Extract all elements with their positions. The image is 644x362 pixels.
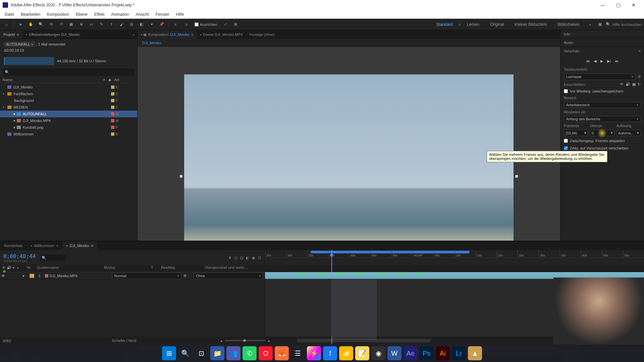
zoom-tool[interactable]: 🔍 (37, 20, 45, 29)
mask-mode-icon[interactable]: ◐ (172, 20, 180, 29)
motion-blur-icon[interactable]: ◉ (252, 256, 255, 260)
menu-window[interactable]: Fenster (152, 10, 173, 18)
time-ruler[interactable]: 25s30s35s40s45s50s55s00:04f05s10s15s20s2… (265, 250, 644, 258)
home-tool[interactable]: ⌂ (2, 20, 11, 29)
layer-handle-right[interactable] (515, 175, 518, 178)
shortcut-reset-icon[interactable]: ↺ (638, 75, 641, 79)
taskbar-folder-icon[interactable]: 📁 (339, 346, 353, 360)
skip-select[interactable]: 0▾ (590, 130, 614, 136)
timeline-layer-row[interactable]: 👁 ▸ 1 DJI_Mexiko.MP4 Normal ⊚ Ohne (0, 272, 265, 280)
menu-edit[interactable]: Bearbeiten (17, 10, 44, 18)
timeline-timecode[interactable]: 0;00;40;44 (3, 253, 36, 259)
taskbar-lightroom-icon[interactable]: Lr (452, 346, 466, 360)
switches-modes-label[interactable]: Schalter / Modi (112, 339, 136, 343)
workspace-original[interactable]: Original (485, 22, 508, 27)
preview-resolution-select[interactable]: Automa...▾ (616, 130, 641, 136)
range-select[interactable]: Arbeitsbereich (564, 102, 641, 108)
tl-tab-welcome[interactable]: ▪ Willkommen × (27, 241, 62, 250)
toggle-modes-icon[interactable]: ⊞ (6, 339, 9, 343)
snap-option-icon[interactable]: ⤢ (221, 20, 230, 29)
snap-option-icon-2[interactable]: ⊞ (231, 20, 240, 29)
menu-help[interactable]: Hilfe (173, 10, 187, 18)
taskbar-notes-icon[interactable]: 📝 (355, 346, 369, 360)
workspace-libraries[interactable]: Bibliotheken (553, 22, 584, 27)
orbit-tool[interactable]: ⟲ (47, 20, 55, 29)
col-label-icon[interactable]: ◆ (108, 78, 114, 82)
anchor-tool[interactable]: ⊕ (77, 20, 86, 29)
menu-file[interactable]: Datei (1, 10, 17, 18)
tree-item-comp[interactable]: DJI_MexikoK (0, 84, 137, 90)
timeline-search[interactable]: 🔍 (40, 254, 66, 261)
shortcut-select[interactable]: Leertaste (564, 73, 636, 80)
taskbar-photoshop-icon[interactable]: Ps (420, 346, 434, 360)
taskbar-misc-icon[interactable]: ▲ (468, 346, 482, 360)
zoom-out-icon[interactable]: ▴ (220, 339, 222, 343)
timeline-zoom-slider[interactable] (225, 340, 265, 341)
hide-shy-icon[interactable]: ⊡ (240, 256, 243, 260)
shape-tool[interactable]: ▭ (87, 20, 96, 29)
info-panel-header[interactable]: Info (560, 30, 644, 38)
tree-item-video[interactable]: ▾DJI_Mexiko.MP4M (0, 117, 137, 124)
tree-item-folder[interactable]: ▾MEDIENC (0, 104, 137, 111)
roto-tool[interactable]: ✦ (147, 20, 156, 29)
workspace-overflow-icon[interactable]: » (586, 20, 594, 29)
col-name[interactable]: Name (3, 78, 103, 82)
layer-handle-left[interactable] (180, 175, 182, 178)
project-search[interactable]: 🔍 (3, 68, 135, 76)
taskbar-teams-icon[interactable]: 👥 (226, 346, 240, 360)
selection-tool[interactable]: ▶ (16, 20, 25, 29)
include-audio-icon[interactable]: 🔊 (626, 82, 630, 86)
include-overlay-icon[interactable]: ▦ (632, 82, 636, 86)
zoom-in-icon[interactable]: ▴ (268, 339, 270, 343)
audio-panel-header[interactable]: Audio (560, 39, 644, 47)
movetime-checkbox[interactable]: Zeitp. auf Vorschauzeit verschieben (564, 145, 641, 151)
playfrom-select[interactable]: Anfang des Bereichs (564, 116, 641, 122)
last-frame-button[interactable]: ⏭ (615, 59, 619, 63)
effect-settings-tab[interactable]: ▪ Effekteinstellungen DJI_Mexikc (22, 30, 84, 39)
hand-tool[interactable]: ✋ (26, 20, 35, 29)
tree-item-solid[interactable]: BackgroundF (0, 97, 137, 104)
taskbar-firefox-icon[interactable]: 🦊 (275, 346, 289, 360)
project-tab-overflow[interactable]: » (130, 33, 137, 37)
taskbar-aftereffects-icon[interactable]: Ae (404, 346, 418, 360)
preview-panel-header[interactable]: Vorschau≡ (560, 47, 644, 55)
blend-mode-select[interactable]: Normal (112, 273, 182, 279)
cached-frames-checkbox[interactable]: Zwischengesp. Frames abspielen (564, 138, 641, 143)
camera-tool[interactable]: ▦ (67, 20, 75, 29)
taskbar-windows-icon[interactable]: ⊞ (162, 346, 176, 360)
menu-effect[interactable]: Effekt (91, 10, 108, 18)
taskbar-word-icon[interactable]: W (387, 346, 401, 360)
workspace-small[interactable]: Kleiner Bildschirm (510, 22, 552, 27)
workspace-learn[interactable]: Lernen (462, 22, 484, 27)
frame-blend-icon[interactable]: ◐ (246, 256, 249, 260)
mask-mode-icon-2[interactable]: ◑ (182, 20, 191, 29)
play-button[interactable]: ▶ (600, 59, 603, 63)
snapping-toggle[interactable]: Ausrichten (195, 22, 217, 26)
col-type[interactable]: Art (114, 78, 135, 82)
selected-item-badge[interactable]: AUTOUNFALL (4, 42, 35, 47)
puppet-tool[interactable]: 📌 (157, 20, 166, 29)
trkmat-select[interactable]: Ohne (194, 273, 263, 279)
brush-tool[interactable]: 🖌 (117, 20, 126, 29)
tree-item-comp[interactable]: WillkommenK (0, 131, 137, 137)
expand-icon[interactable]: {} (9, 339, 11, 343)
menu-composition[interactable]: Komposition (44, 10, 72, 18)
tl-tab-comp[interactable]: ▪ DJI_Mexiko ≡ (62, 241, 97, 250)
tree-item-image[interactable]: ▾Kursbild.pngP (0, 124, 137, 131)
viewer-tab-footage[interactable]: Footage (ohne) (246, 30, 278, 39)
taskbar-explorer-icon[interactable]: 📁 (210, 346, 224, 360)
workspace-reset-icon[interactable]: ▦ (596, 20, 604, 29)
taskbar-whatsapp-icon[interactable]: ✆ (243, 346, 257, 360)
taskbar-messenger-icon[interactable]: ⚡ (307, 346, 321, 360)
taskbar-obs-icon[interactable]: ◉ (371, 346, 385, 360)
clone-tool[interactable]: ⊟ (127, 20, 136, 29)
first-frame-button[interactable]: ⏮ (586, 59, 590, 63)
viewer-tab-layer[interactable]: ▪ Ebene DJI_Mexiko.MP4 (197, 30, 246, 39)
taskbar-illustrator-icon[interactable]: Ai (436, 346, 450, 360)
next-frame-button[interactable]: ▶| (607, 59, 611, 63)
prev-frame-button[interactable]: ◀ (594, 59, 596, 63)
include-loop-icon[interactable]: ↻ (638, 82, 641, 86)
eraser-tool[interactable]: ◧ (137, 20, 146, 29)
taskbar-app-icon[interactable]: ☰ (291, 346, 305, 360)
maximize-button[interactable]: ▢ (610, 0, 626, 10)
